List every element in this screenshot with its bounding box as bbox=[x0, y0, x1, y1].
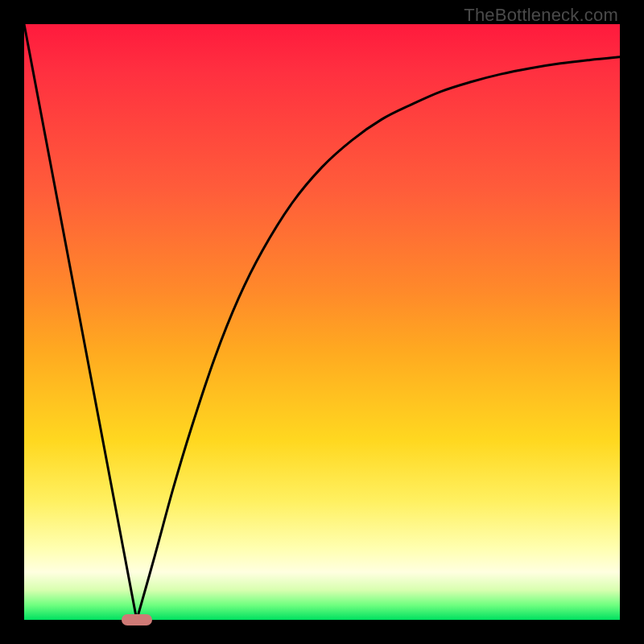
optimum-marker bbox=[122, 614, 152, 625]
curve-svg bbox=[24, 24, 620, 620]
plot-area bbox=[24, 24, 620, 620]
right-curve bbox=[137, 57, 620, 620]
left-linear-descent bbox=[24, 24, 137, 620]
chart-frame: TheBottleneck.com bbox=[0, 0, 644, 644]
watermark-text: TheBottleneck.com bbox=[464, 5, 618, 26]
